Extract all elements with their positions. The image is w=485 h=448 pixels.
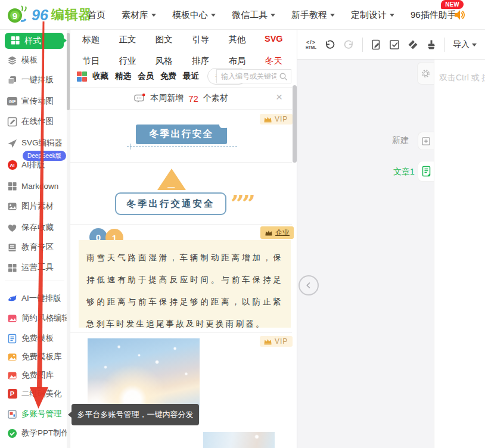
undo-icon[interactable] xyxy=(324,39,335,51)
sidebar-item-saved-favorites[interactable]: 保存收藏 xyxy=(7,222,54,233)
tab-image-text[interactable]: 图文 xyxy=(156,34,173,45)
filter-member[interactable]: 会员 xyxy=(138,71,154,82)
sidebar-item-markdown[interactable]: Markdown xyxy=(7,181,58,191)
material-card-winter-travel-safety[interactable]: 冬季出行安全 xyxy=(136,125,227,144)
tab-sort[interactable]: 排序 xyxy=(192,55,209,67)
sidebar-item-ai-layout[interactable]: AI AI排版 xyxy=(7,160,45,170)
sidebar-item-promo-gif[interactable]: GIF 宣传动图 xyxy=(7,96,54,107)
tab-title[interactable]: 标题 xyxy=(82,34,100,45)
search-input[interactable] xyxy=(217,72,276,80)
new-article-tab[interactable] xyxy=(418,132,434,150)
panel-scrollbar-thumb[interactable] xyxy=(293,85,297,163)
tab-guide[interactable]: 引导 xyxy=(192,34,209,45)
check-badge-icon xyxy=(7,428,17,438)
enterprise-badge: 企业 xyxy=(260,226,294,239)
tab-winter[interactable]: 冬天 xyxy=(265,55,282,67)
sidebar-item-label: 图片素材 xyxy=(21,201,54,211)
settings-tab[interactable] xyxy=(417,62,434,85)
card-separator xyxy=(70,332,292,333)
preview-gray-zone xyxy=(297,60,434,448)
ppt-icon: P xyxy=(7,389,17,399)
color-grid-icon[interactable] xyxy=(77,71,87,82)
sidebar-item-education-zone[interactable]: 教育专区 xyxy=(7,242,54,253)
sidebar-item-templates[interactable]: 模板 xyxy=(7,55,38,66)
speaker-icon[interactable] xyxy=(454,10,465,23)
image-icon-red xyxy=(7,371,17,381)
pencil-icon xyxy=(7,117,17,127)
sidebar-item-free-templates[interactable]: 免费模板 xyxy=(7,333,54,344)
notice-suffix: 个素材 xyxy=(203,93,228,104)
clean-brush-icon[interactable] xyxy=(426,39,437,50)
import-dropdown[interactable]: 导入 xyxy=(453,39,477,50)
cursor-icon xyxy=(7,138,17,148)
whale-icon xyxy=(7,294,17,304)
filter-recent[interactable]: 最近 xyxy=(183,71,199,82)
nav-home[interactable]: 首页 xyxy=(88,10,105,21)
sidebar-item-label: 二维码美化 xyxy=(21,388,62,399)
filter-free[interactable]: 免费 xyxy=(160,71,176,82)
logo-word: 编辑器 xyxy=(51,6,92,24)
site-logo[interactable]: 9 96 编辑器 xyxy=(6,4,92,26)
chevron-down-icon xyxy=(151,14,156,19)
book-icon xyxy=(7,242,17,253)
article-tab[interactable] xyxy=(418,161,434,182)
close-icon[interactable]: × xyxy=(276,91,282,102)
material-card-winter-traffic-safety[interactable]: 冬季出行交通安全 xyxy=(115,192,226,215)
nav-plugin-assistant[interactable]: 96插件助手 NEW xyxy=(411,10,456,21)
redo-icon[interactable] xyxy=(343,39,355,51)
title-notch xyxy=(219,122,229,128)
nav-beginner-tutorial[interactable]: 新手教程 xyxy=(291,10,335,21)
grid-icon xyxy=(7,181,17,191)
category-tabs: 标题 正文 图文 引导 其他 SVG 节日 行业 风格 排序 布局 冬天 xyxy=(73,34,292,67)
check-square-icon[interactable] xyxy=(389,39,400,50)
article-tab-label: 文章1 xyxy=(393,167,417,178)
chevron-down-icon xyxy=(472,43,477,49)
sidebar-item-free-template-library[interactable]: 免费模板库 xyxy=(7,351,62,362)
search-icon[interactable] xyxy=(279,72,288,81)
sidebar-item-label: 在线作图 xyxy=(21,116,54,127)
filter-selected[interactable]: 精选 xyxy=(115,71,131,82)
copy-icon xyxy=(7,75,17,85)
collapse-panel-button[interactable] xyxy=(299,275,319,295)
search-box xyxy=(216,69,291,83)
sidebar-item-ai-one-click[interactable]: AI一键排版 xyxy=(7,293,61,304)
sidebar-item-label: 教学PPT制作 xyxy=(21,428,69,438)
sidebar-item-one-click-layout[interactable]: 一键排版 xyxy=(7,74,54,85)
tab-body-text[interactable]: 正文 xyxy=(119,34,136,45)
export-document-icon[interactable] xyxy=(371,39,381,50)
sidebar-item-image-material[interactable]: 图片素材 xyxy=(7,201,54,211)
editor-canvas[interactable]: 双击Ctrl 或 按 xyxy=(434,60,485,448)
material-card-partial-image[interactable] xyxy=(203,432,275,448)
tab-style[interactable]: 风格 xyxy=(156,55,173,67)
sidebar-item-online-drawing[interactable]: 在线作图 xyxy=(7,116,54,127)
sidebar-item-label: 教育专区 xyxy=(21,242,54,253)
tab-other[interactable]: 其他 xyxy=(228,34,245,45)
chat-bubble-icon xyxy=(134,93,145,104)
sidebar-item-qrcode-beautify[interactable]: P 二维码美化 xyxy=(7,388,62,399)
tab-svg[interactable]: SVG xyxy=(265,34,283,45)
tab-industry[interactable]: 行业 xyxy=(119,55,136,67)
material-card-text-block[interactable]: 雨雪天气路面湿滑，车辆制动距离增加，保持低速有助于提高反应时间。与前车保持足够的… xyxy=(79,240,291,328)
filter-favorites[interactable]: 收藏 xyxy=(92,71,108,82)
sidebar-item-multi-account[interactable]: 多账号管理 xyxy=(7,409,62,419)
sidebar-item-label: Markdown xyxy=(21,182,58,191)
eraser-icon[interactable] xyxy=(408,39,418,50)
left-sidebar: 样式 模板 一键排版 GIF 宣传动图 在线作图 SVG编辑器 DeepSeek… xyxy=(0,30,70,448)
nav-material-library[interactable]: 素材库 xyxy=(122,10,156,21)
sidebar-scrollbar-thumb[interactable] xyxy=(67,33,70,110)
sidebar-item-styles[interactable]: 样式 xyxy=(5,33,64,49)
image-icon-pink xyxy=(7,313,17,323)
tab-festival[interactable]: 节日 xyxy=(82,55,100,67)
sidebar-item-simple-style-editor[interactable]: 简约风格编辑 xyxy=(7,313,70,323)
sidebar-item-free-image-library[interactable]: 免费图库 xyxy=(7,370,54,381)
sidebar-item-svg-editor[interactable]: SVG编辑器 xyxy=(7,138,63,148)
nav-wechat-tools[interactable]: 微信工具 xyxy=(232,10,275,21)
sidebar-item-operation-tools[interactable]: 运营工具 xyxy=(7,262,54,273)
html-source-icon[interactable]: </> HTML xyxy=(306,40,316,50)
layers-icon xyxy=(7,55,17,66)
card-separator xyxy=(70,224,292,225)
sidebar-item-teaching-ppt[interactable]: 教学PPT制作 xyxy=(7,428,69,438)
nav-custom-design[interactable]: 定制设计 xyxy=(351,10,394,21)
nav-template-center[interactable]: 模板中心 xyxy=(172,10,216,21)
tab-layout[interactable]: 布局 xyxy=(228,55,245,67)
